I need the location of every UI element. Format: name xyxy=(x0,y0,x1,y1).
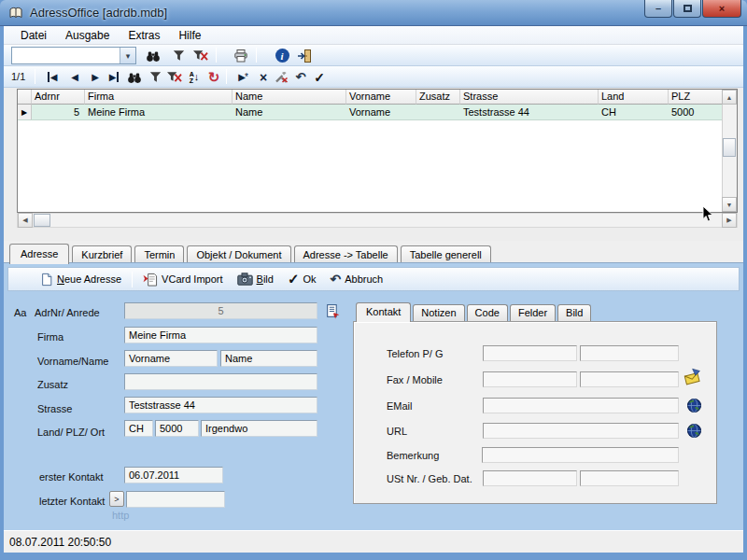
menu-datei[interactable]: Datei xyxy=(11,27,56,44)
arrow-down-icon: ↓ xyxy=(194,72,200,82)
minimize-button[interactable]: – xyxy=(644,0,672,18)
first-record-button[interactable]: ◀ xyxy=(43,68,62,86)
bemerkung-field[interactable] xyxy=(482,447,679,463)
grid-filter-remove-button[interactable] xyxy=(164,68,183,86)
ust-nr-field[interactable] xyxy=(483,470,577,486)
ok-button[interactable]: ✓ Ok xyxy=(284,269,320,289)
grid-header-adrnr[interactable]: Adrnr xyxy=(32,90,85,105)
zusatz-field[interactable] xyxy=(124,373,317,390)
next-record-button[interactable]: ▶ xyxy=(86,68,105,86)
telefon-g-field[interactable] xyxy=(580,345,679,361)
open-url-button[interactable] xyxy=(684,420,704,441)
send-fax-button[interactable] xyxy=(683,367,703,387)
scrollbar-thumb[interactable] xyxy=(34,214,50,227)
tab-adresse[interactable]: Adresse xyxy=(9,244,69,264)
post-button[interactable]: ✓ xyxy=(310,68,329,86)
telefon-label: Telefon P/ G xyxy=(387,348,444,359)
vorname-field[interactable] xyxy=(124,350,218,367)
print-button[interactable] xyxy=(232,47,250,64)
tab-termin[interactable]: Termin xyxy=(134,245,184,263)
bild-button[interactable]: Bild xyxy=(233,271,277,287)
grid-header-vorname[interactable]: Vorname xyxy=(346,90,416,105)
scroll-down-icon[interactable]: ▼ xyxy=(722,197,737,212)
info-button[interactable]: i xyxy=(273,47,291,64)
menu-extras[interactable]: Extras xyxy=(119,27,169,44)
firma-field[interactable] xyxy=(124,327,317,343)
grid-header-zusatz[interactable]: Zusatz xyxy=(416,90,460,105)
grid-filter-button[interactable] xyxy=(146,68,164,86)
cell-vorname: Vorname xyxy=(346,105,416,119)
tab-bild[interactable]: Bild xyxy=(557,304,591,321)
sort-button[interactable]: AZ ↓ xyxy=(185,68,204,86)
previous-record-button[interactable]: ◀ xyxy=(65,68,84,86)
scrollbar-thumb[interactable] xyxy=(723,138,736,157)
tab-kontakt[interactable]: Kontakt xyxy=(356,302,411,322)
new-record-button[interactable]: ▶* xyxy=(233,68,252,86)
delete-record-button[interactable]: × xyxy=(254,68,273,86)
plz-field[interactable] xyxy=(155,420,199,437)
scroll-up-icon[interactable]: ▲ xyxy=(722,90,737,105)
cell-name: Name xyxy=(233,105,346,119)
filter-remove-button[interactable] xyxy=(190,47,209,64)
open-email-button[interactable] xyxy=(684,395,704,415)
grid-find-button[interactable] xyxy=(125,68,144,86)
scroll-left-icon[interactable]: ◀ xyxy=(18,213,33,228)
filter-button[interactable] xyxy=(169,47,188,64)
grid-header-indicator xyxy=(18,90,32,105)
maximize-button[interactable] xyxy=(673,0,701,18)
globe-icon xyxy=(686,423,702,439)
tab-code[interactable]: Code xyxy=(467,304,508,321)
camera-icon xyxy=(237,273,253,286)
chevron-down-icon[interactable]: ▾ xyxy=(120,48,135,63)
vcard-import-button[interactable]: VCard Import xyxy=(139,271,226,288)
name-field[interactable] xyxy=(220,350,317,367)
abbruch-button[interactable]: ↶ Abbruch xyxy=(327,270,388,288)
erster-kontakt-field[interactable] xyxy=(124,467,223,483)
menu-ausgabe[interactable]: Ausgabe xyxy=(56,27,119,44)
ort-field[interactable] xyxy=(201,420,317,437)
title-bar[interactable]: AdressOffice [adrdb.mdb] – × xyxy=(0,0,747,26)
geb-dat-field[interactable] xyxy=(580,470,679,486)
close-button[interactable]: × xyxy=(702,0,741,18)
grid-header-name[interactable]: Name xyxy=(233,90,346,105)
tab-kurzbrief[interactable]: Kurzbrief xyxy=(72,245,132,263)
telefon-p-field[interactable] xyxy=(483,345,577,361)
exit-button[interactable] xyxy=(295,47,314,64)
neue-adresse-button[interactable]: Neue Adresse xyxy=(36,271,125,288)
tab-felder[interactable]: Felder xyxy=(510,304,556,321)
land-field[interactable] xyxy=(124,420,153,437)
tab-tabelle-generell[interactable]: Tabelle generell xyxy=(401,245,491,263)
url-field[interactable] xyxy=(483,423,679,439)
grid-horizontal-scrollbar[interactable]: ◀ ▶ xyxy=(17,213,738,228)
letzter-kontakt-field[interactable] xyxy=(126,491,225,508)
table-row[interactable]: ▶ 5 Meine Firma Name Vorname Teststrasse… xyxy=(18,105,737,120)
last-record-button[interactable]: ▶ xyxy=(105,68,123,86)
email-field[interactable] xyxy=(483,398,679,413)
grid-zone: Adrnr Firma Name Vorname Zusatz Strasse … xyxy=(4,88,743,241)
grid-header-strasse[interactable]: Strasse xyxy=(460,90,599,105)
search-combobox[interactable]: ▾ xyxy=(11,47,136,64)
grid-header-land[interactable]: Land xyxy=(599,90,669,105)
fax-field[interactable] xyxy=(483,371,577,387)
copy-record-button[interactable] xyxy=(322,301,343,321)
undo-button[interactable]: ↶ xyxy=(291,68,310,86)
menu-hilfe[interactable]: Hilfe xyxy=(169,27,210,44)
action-bar: Neue Adresse VCard Import xyxy=(7,267,740,291)
grid-vertical-scrollbar[interactable]: ▲ ▼ xyxy=(722,90,737,212)
find-button[interactable] xyxy=(144,47,162,64)
tab-adresse-tabelle[interactable]: Adresse -> Tabelle xyxy=(294,245,398,263)
adrnr-field xyxy=(124,302,317,319)
bild-label: Bild xyxy=(257,273,274,285)
scroll-right-icon[interactable]: ▶ xyxy=(722,213,737,228)
grid-header-row: Adrnr Firma Name Vorname Zusatz Strasse … xyxy=(18,90,737,105)
refresh-button[interactable]: ↻ xyxy=(204,68,223,86)
tab-notizen[interactable]: Notizen xyxy=(413,304,464,321)
letzter-kontakt-expand-button[interactable]: > xyxy=(109,491,124,507)
grid-header-plz[interactable]: PLZ xyxy=(669,90,723,105)
toolbar-separator xyxy=(226,69,227,84)
edit-tools-button[interactable] xyxy=(273,68,291,86)
strasse-field[interactable] xyxy=(124,397,317,413)
grid-header-firma[interactable]: Firma xyxy=(85,90,233,105)
mobile-field[interactable] xyxy=(580,371,679,387)
tab-objekt-dokument[interactable]: Objekt / Dokument xyxy=(187,245,290,263)
